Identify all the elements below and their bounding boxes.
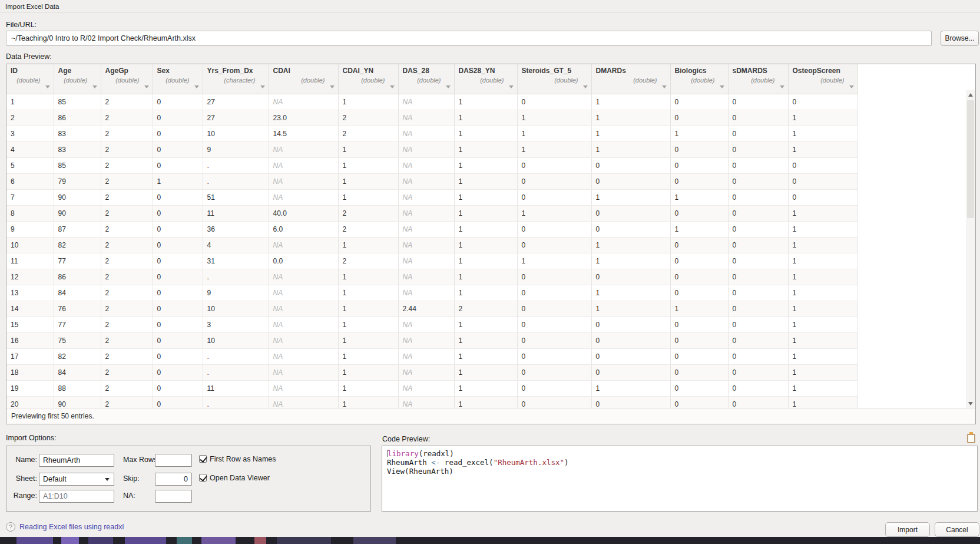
table-cell: 0 [153, 333, 203, 349]
column-type-menu-icon[interactable] [330, 85, 335, 88]
copy-to-clipboard-icon[interactable] [967, 434, 975, 443]
table-cell: 1 [517, 126, 591, 142]
table-cell: 1 [591, 110, 670, 126]
table-cell: 15 [6, 317, 54, 333]
table-row: 1577203NA1NA100001 [6, 317, 858, 333]
scrollbar-up-icon[interactable] [968, 93, 973, 97]
table-cell: NA [269, 381, 338, 397]
table-cell: 1 [591, 238, 670, 253]
table-cell: 0 [153, 317, 203, 333]
column-header-Age: Age(double) [54, 64, 101, 94]
table-cell: 2 [338, 206, 398, 222]
column-name: DAS28_YN [459, 67, 514, 75]
code-line: View(RheumArth) [387, 467, 972, 476]
column-type-menu-icon[interactable] [390, 85, 395, 88]
file-url-input[interactable] [6, 31, 932, 46]
max-rows-input[interactable] [155, 454, 192, 467]
table-cell: 14.5 [269, 126, 338, 142]
table-cell: 0 [728, 317, 788, 333]
column-type-menu-icon[interactable] [144, 85, 149, 88]
table-cell: 2 [338, 222, 398, 238]
na-input[interactable] [155, 490, 192, 503]
table-cell: 0 [728, 301, 788, 317]
column-type-menu-icon[interactable] [662, 85, 667, 88]
table-cell: 0 [728, 269, 788, 285]
column-name: Steroids_GT_5 [522, 67, 588, 75]
table-cell: 0 [728, 158, 788, 174]
import-button[interactable]: Import [885, 522, 930, 537]
cancel-button[interactable]: Cancel [935, 522, 979, 537]
table-cell: 3 [6, 126, 54, 142]
first-row-as-names-checkbox[interactable] [199, 455, 207, 463]
table-cell: 2 [6, 110, 54, 126]
scrollbar-thumb[interactable] [967, 100, 974, 218]
table-cell: 1 [338, 381, 398, 397]
table-cell: 1 [788, 126, 858, 142]
table-cell: 0 [153, 269, 203, 285]
column-type-menu-icon[interactable] [509, 85, 514, 88]
table-cell: 1 [788, 365, 858, 381]
table-cell: 9 [203, 142, 269, 158]
sheet-label: Sheet: [11, 474, 37, 483]
table-cell: NA [398, 349, 454, 365]
table-cell: NA [398, 381, 454, 397]
background-window-strip [0, 537, 980, 544]
column-type: (double) [157, 77, 199, 84]
column-header-Yrs_From_Dx: Yrs_From_Dx(character) [203, 64, 269, 94]
scrollbar-down-icon[interactable] [968, 402, 973, 405]
table-cell: NA [398, 317, 454, 333]
table-cell: 1 [670, 222, 728, 238]
table-cell: 2 [101, 158, 153, 174]
code-preview-editor[interactable]: library(readxl)RheumArth <- read_excel("… [382, 446, 978, 512]
sheet-select[interactable]: Default [39, 473, 114, 486]
table-cell: 1 [788, 110, 858, 126]
first-row-as-names-label: First Row as Names [210, 455, 276, 463]
table-cell: 17 [6, 349, 54, 365]
column-type-menu-icon[interactable] [849, 85, 854, 88]
table-cell: 0 [670, 110, 728, 126]
table-cell: 1 [454, 190, 517, 206]
table-cell: 0 [670, 317, 728, 333]
skip-input[interactable] [155, 473, 192, 486]
open-data-viewer-checkbox[interactable] [199, 474, 207, 482]
table-cell: 1 [454, 381, 517, 397]
table-cell: NA [269, 365, 338, 381]
table-cell: 0 [670, 174, 728, 190]
table-cell: 0 [153, 285, 203, 301]
table-row: 19882011NA1NA101001 [6, 381, 858, 397]
table-cell: 1 [788, 206, 858, 222]
table-cell: 2 [101, 142, 153, 158]
browse-button[interactable]: Browse... [941, 31, 979, 46]
column-type-menu-icon[interactable] [92, 85, 97, 88]
table-cell: 0 [670, 285, 728, 301]
table-cell: 2 [101, 381, 153, 397]
column-type-menu-icon[interactable] [194, 85, 199, 88]
column-type-menu-icon[interactable] [583, 85, 588, 88]
column-name: CDAI [273, 67, 335, 75]
table-row: 383201014.52NA111101 [6, 126, 858, 142]
name-input[interactable] [39, 454, 114, 467]
column-type-menu-icon[interactable] [446, 85, 451, 88]
table-cell: 88 [54, 381, 101, 397]
table-header-row: ID(double)Age(double)AgeGp(double)Sex(do… [6, 64, 858, 94]
column-type-menu-icon[interactable] [260, 85, 265, 88]
vertical-scrollbar[interactable] [966, 90, 975, 408]
column-type-menu-icon[interactable] [45, 85, 50, 88]
table-cell: 2 [101, 253, 153, 269]
table-cell: NA [269, 285, 338, 301]
column-type: (double) [105, 77, 149, 84]
column-type-menu-icon[interactable] [720, 85, 724, 88]
table-cell: 1 [338, 158, 398, 174]
table-cell: NA [398, 365, 454, 381]
column-type-menu-icon[interactable] [780, 85, 784, 88]
table-cell: 2 [101, 222, 153, 238]
table-cell: NA [269, 142, 338, 158]
table-cell: 0 [517, 238, 591, 253]
range-input[interactable] [39, 490, 114, 503]
column-name: Yrs_From_Dx [207, 67, 265, 75]
table-cell: 1 [517, 110, 591, 126]
table-cell: 0 [153, 222, 203, 238]
table-cell: 2 [101, 349, 153, 365]
help-link[interactable]: ? Reading Excel files using readxl [6, 522, 124, 532]
table-cell: NA [269, 349, 338, 365]
